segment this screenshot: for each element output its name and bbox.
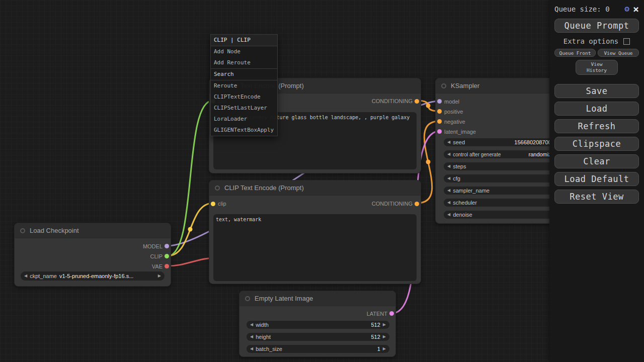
input-label-clip: clip [218,201,226,207]
input-port-clip[interactable] [211,202,215,206]
input-label-positive: positive [444,109,463,115]
widget-sampler-name[interactable]: ◀ sampler_name ▶ [444,187,564,195]
output-port-conditioning[interactable] [415,99,419,104]
widget-label: batch_size [256,346,282,352]
menu-item-add-reroute[interactable]: Add Reroute [211,57,277,68]
decrement-icon[interactable]: ◀ [447,189,450,193]
widget-label: cfg [453,175,460,182]
decrement-icon[interactable]: ◀ [250,335,253,339]
node-title: KSampler [451,82,479,89]
widget-label: control after generate [453,152,501,157]
widget-batch-size[interactable]: ◀ batch_size 1 ▶ [247,345,389,353]
queue-front-button[interactable]: Queue Front [554,49,596,57]
menu-item-reroute[interactable]: Reroute [211,80,277,92]
decrement-icon[interactable]: ◀ [447,176,450,180]
clear-button[interactable]: Clear [554,154,639,168]
node-title: Load Checkpoint [30,227,79,234]
context-menu: CLIP | CLIP Add Node Add Reroute Search … [210,34,278,136]
menu-item-cliptextencode[interactable]: CLIPTextEncode [211,92,277,103]
load-button[interactable]: Load [554,102,639,116]
node-title-bar[interactable]: Load Checkpoint [15,223,171,238]
node-title: CLIP Text Encode (Prompt) [224,184,304,192]
output-label-clip: CLIP [150,253,163,259]
widget-label: sampler_name [453,188,490,194]
input-port-negative[interactable] [437,119,442,124]
output-label-model: MODEL [143,243,163,249]
widget-width[interactable]: ◀ width 512 ▶ [247,321,389,329]
menu-item-loraloader[interactable]: LoraLoader [211,114,277,125]
menu-item-add-node[interactable]: Add Node [211,46,277,57]
widget-label: denoise [453,212,472,218]
node-status-dot [245,296,250,301]
menu-item-search[interactable]: Search [211,69,277,80]
save-button[interactable]: Save [554,84,639,98]
widget-value: 512 [371,334,380,340]
widget-ckpt-name[interactable]: ◀ ckpt_name v1-5-pruned-emaonly-fp16.s..… [21,272,165,281]
output-port-vae[interactable] [165,264,169,268]
view-queue-button[interactable]: View Queue [598,49,639,57]
increment-icon[interactable]: ▶ [383,347,386,351]
widget-control-after-generate[interactable]: ◀ control after generate randomize ▶ [444,150,564,158]
widget-steps[interactable]: ◀ steps ▶ [444,162,564,170]
output-label-latent: LATENT [367,311,387,317]
input-label-negative: negative [444,119,465,125]
input-port-model[interactable] [437,99,442,104]
decrement-icon[interactable]: ◀ [447,140,450,144]
widget-value: 512 [371,322,380,328]
output-port-model[interactable] [165,244,169,248]
widget-value: v1-5-pruned-emaonly-fp16.s... [59,273,133,279]
output-port-latent[interactable] [389,311,394,316]
decrement-icon[interactable]: ◀ [250,323,253,327]
app-window: Load Checkpoint MODEL CLIP VAE ◀ ckpt_na… [0,0,644,362]
input-port-latent-image[interactable] [437,129,442,134]
queue-prompt-button[interactable]: Queue Prompt [554,19,639,33]
output-port-conditioning[interactable] [415,202,419,206]
refresh-button[interactable]: Refresh [554,119,639,133]
node-title-bar[interactable]: CLIP Text Encode (Prompt) [209,180,421,196]
decrement-icon[interactable]: ◀ [24,274,27,278]
decrement-icon[interactable]: ◀ [447,164,450,168]
menu-item-gligentextboxapply[interactable]: GLIGENTextBoxApply [211,125,277,136]
widget-label: seed [453,139,465,145]
widget-value: 1 [377,346,380,352]
decrement-icon[interactable]: ◀ [250,347,253,351]
widget-label: scheduler [453,200,477,206]
output-label-vae: VAE [152,263,163,269]
reset-view-button[interactable]: Reset View [554,190,639,204]
widget-value: 1566802087002 [514,139,554,145]
extra-options-checkbox[interactable] [623,38,630,45]
menu-panel: Queue size: 0 ⚙ × Queue Prompt Extra opt… [549,0,644,362]
node-clip-text-encode-2[interactable]: CLIP Text Encode (Prompt) clip CONDITION… [209,180,421,284]
widget-cfg[interactable]: ◀ cfg ▶ [444,174,564,183]
decrement-icon[interactable]: ◀ [447,201,450,205]
increment-icon[interactable]: ▶ [158,274,161,278]
extra-options-label: Extra options [564,37,619,45]
close-icon[interactable]: × [633,4,639,14]
widget-height[interactable]: ◀ height 512 ▶ [247,333,389,341]
node-empty-latent-image[interactable]: Empty Latent Image LATENT ◀ width 512 ▶ … [239,291,396,357]
view-history-button[interactable]: View History [576,60,618,75]
output-port-clip[interactable] [165,254,169,258]
widget-scheduler[interactable]: ◀ scheduler ▶ [444,199,564,207]
input-label-latent-image: latent_image [444,129,476,135]
node-status-dot [215,186,220,191]
decrement-icon[interactable]: ◀ [447,152,450,156]
decrement-icon[interactable]: ◀ [447,213,450,217]
widget-label: steps [453,163,466,169]
widget-denoise[interactable]: ◀ denoise ▶ [444,211,564,219]
node-load-checkpoint[interactable]: Load Checkpoint MODEL CLIP VAE ◀ ckpt_na… [14,223,171,287]
menu-item-clipsetlastlayer[interactable]: CLIPSetLastLayer [211,103,277,114]
increment-icon[interactable]: ▶ [383,335,386,339]
input-port-positive[interactable] [437,109,442,114]
context-menu-title: CLIP | CLIP [211,35,277,46]
load-default-button[interactable]: Load Default [554,172,639,186]
node-title-bar[interactable]: Empty Latent Image [239,291,395,306]
clipspace-button[interactable]: Clipspace [554,137,639,151]
widget-label: ckpt_name [30,273,57,279]
increment-icon[interactable]: ▶ [383,323,386,327]
node-status-dot [20,228,25,233]
widget-label: width [256,322,269,328]
widget-seed[interactable]: ◀ seed 1566802087002 ▶ [444,138,564,146]
prompt-textarea[interactable]: text, watermark [213,214,417,281]
settings-gear-icon[interactable]: ⚙ [624,5,629,13]
